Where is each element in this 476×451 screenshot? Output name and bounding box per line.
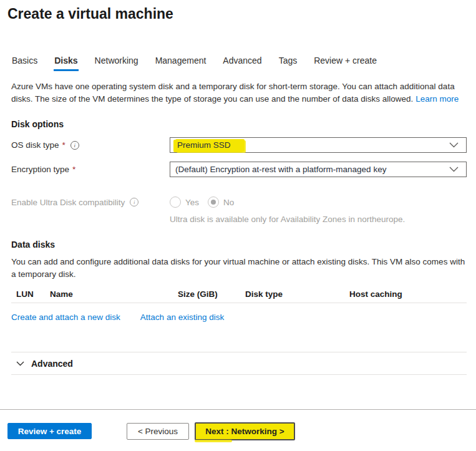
divider (11, 374, 467, 375)
tab-review-create[interactable]: Review + create (313, 56, 377, 71)
encryption-type-label-group: Encryption type * (11, 165, 170, 174)
os-disk-type-label-group: OS disk type * i (11, 140, 170, 150)
data-disks-table-header: LUN Name Size (GiB) Disk type Host cachi… (11, 289, 467, 303)
chevron-down-icon (449, 167, 459, 172)
radio-yes-circle (170, 196, 181, 208)
encryption-type-row: Encryption type * (Default) Encryption a… (11, 162, 476, 177)
tab-networking[interactable]: Networking (94, 56, 139, 71)
os-disk-type-label: OS disk type (11, 140, 59, 150)
review-create-button[interactable]: Review + create (7, 423, 92, 439)
column-host-caching: Host caching (349, 289, 402, 299)
attach-existing-disk-link[interactable]: Attach an existing disk (140, 313, 224, 322)
data-disks-links: Create and attach a new disk Attach an e… (11, 313, 476, 322)
column-name: Name (50, 289, 73, 299)
advanced-section-toggle[interactable]: Advanced (16, 352, 476, 374)
os-disk-type-value: Premium SSD (175, 139, 245, 152)
chevron-down-icon (449, 142, 459, 148)
encryption-type-label: Encryption type (11, 165, 69, 174)
tab-advanced[interactable]: Advanced (222, 56, 262, 71)
info-icon[interactable]: i (130, 198, 138, 206)
tab-disks[interactable]: Disks (54, 56, 78, 71)
tab-tags[interactable]: Tags (278, 56, 298, 71)
ultra-disk-label: Enable Ultra Disk compatibility (11, 198, 125, 207)
ultra-disk-radio-group: Yes No (170, 196, 234, 208)
required-star: * (62, 140, 66, 150)
create-attach-new-disk-link[interactable]: Create and attach a new disk (11, 313, 120, 322)
tab-management[interactable]: Management (155, 56, 207, 71)
data-disks-description: You can add and configure additional dat… (11, 256, 470, 281)
radio-no-circle (208, 196, 219, 208)
ultra-disk-label-group: Enable Ultra Disk compatibility i (11, 198, 170, 207)
column-disk-type: Disk type (245, 289, 283, 299)
radio-yes: Yes (170, 196, 199, 208)
ultra-disk-note: Ultra disk is available only for Availab… (170, 215, 476, 224)
tab-bar: Basics Disks Networking Management Advan… (11, 56, 476, 71)
info-icon[interactable]: i (70, 141, 79, 150)
intro-body: Azure VMs have one operating system disk… (11, 82, 455, 104)
column-lun: LUN (16, 289, 34, 299)
intro-text: Azure VMs have one operating system disk… (11, 80, 470, 105)
tab-basics[interactable]: Basics (11, 56, 38, 71)
radio-no-label: No (223, 198, 234, 207)
required-star: * (72, 165, 75, 174)
chevron-down-icon (16, 361, 24, 366)
create-vm-page: Create a virtual machine Basics Disks Ne… (0, 0, 476, 451)
learn-more-link[interactable]: Learn more (415, 94, 459, 104)
radio-yes-label: Yes (185, 198, 199, 207)
previous-button[interactable]: < Previous (127, 423, 189, 440)
radio-no: No (208, 196, 234, 208)
os-disk-type-select[interactable]: Premium SSD (170, 137, 467, 153)
encryption-type-value: (Default) Encryption at-rest with a plat… (175, 165, 386, 174)
ultra-disk-row: Enable Ultra Disk compatibility i Yes No (11, 196, 476, 208)
column-size: Size (GiB) (178, 289, 218, 299)
encryption-type-select[interactable]: (Default) Encryption at-rest with a plat… (170, 162, 467, 177)
advanced-section-label: Advanced (31, 359, 73, 369)
footer-bar: Review + create < Previous Next : Networ… (0, 409, 476, 451)
disk-options-heading: Disk options (11, 119, 476, 129)
os-disk-type-row: OS disk type * i Premium SSD (11, 137, 476, 153)
next-networking-button[interactable]: Next : Networking > (195, 422, 295, 440)
data-disks-heading: Data disks (11, 240, 476, 250)
page-title: Create a virtual machine (0, 0, 476, 22)
